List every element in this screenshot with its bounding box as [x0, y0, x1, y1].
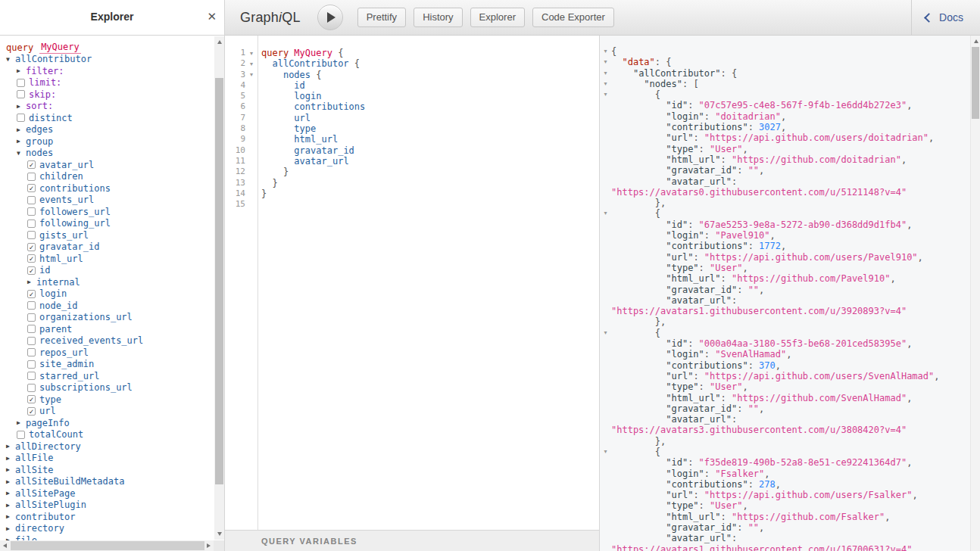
tree-item-filter[interactable]: ▶filter: — [0, 65, 214, 77]
fold-arrow-icon[interactable]: ▾ — [600, 57, 611, 67]
toolbar-button-explorer[interactable]: Explorer — [470, 8, 525, 27]
fold-arrow-icon[interactable]: ▾ — [600, 208, 611, 219]
collapsed-arrow-icon[interactable]: ▶ — [6, 525, 15, 532]
explorer-horizontal-scrollbar[interactable] — [0, 540, 214, 551]
checkbox-unchecked[interactable] — [27, 348, 36, 356]
collapsed-arrow-icon[interactable]: ▶ — [6, 443, 15, 450]
checkbox-unchecked[interactable] — [27, 313, 36, 322]
tree-item-received_events_url[interactable]: received_events_url — [0, 335, 214, 347]
tree-item-contributions[interactable]: ✓contributions — [0, 182, 214, 195]
tree-item-allSiteBuildMetadata[interactable]: ▶allSiteBuildMetadata — [0, 476, 214, 488]
collapsed-arrow-icon[interactable]: ▶ — [17, 67, 26, 74]
execute-button[interactable] — [317, 5, 343, 30]
scroll-right-arrow-icon[interactable] — [204, 540, 214, 550]
result-vscroll-thumb[interactable] — [972, 47, 979, 119]
collapsed-arrow-icon[interactable]: ▶ — [17, 419, 26, 426]
toolbar-button-prettify[interactable]: Prettify — [357, 8, 406, 27]
collapsed-arrow-icon[interactable]: ▶ — [6, 478, 15, 485]
checkbox-checked[interactable]: ✓ — [27, 290, 36, 298]
tree-item-allSitePlugin[interactable]: ▶allSitePlugin — [0, 500, 214, 512]
checkbox-unchecked[interactable] — [27, 196, 36, 204]
tree-item-starred_url[interactable]: starred_url — [0, 370, 214, 382]
collapsed-arrow-icon[interactable]: ▶ — [17, 103, 26, 110]
fold-arrow-icon[interactable]: ▾ — [600, 68, 611, 79]
tree-item-organizations_url[interactable]: organizations_url — [0, 312, 214, 324]
expanded-arrow-icon[interactable]: ▼ — [6, 56, 15, 63]
tree-item-site_admin[interactable]: site_admin — [0, 359, 214, 371]
result-vertical-scrollbar[interactable] — [970, 36, 980, 551]
fold-arrow-icon[interactable]: ▾ — [245, 50, 257, 57]
collapsed-arrow-icon[interactable]: ▶ — [17, 126, 26, 133]
collapsed-arrow-icon[interactable]: ▶ — [6, 502, 15, 509]
tree-item-html_url[interactable]: ✓html_url — [0, 253, 214, 265]
tree-item-allFile[interactable]: ▶allFile — [0, 453, 214, 465]
tree-item-skip[interactable]: skip: — [0, 89, 214, 101]
collapsed-arrow-icon[interactable]: ▶ — [6, 466, 15, 473]
fold-arrow-icon[interactable]: ▾ — [245, 61, 257, 67]
fold-arrow-icon[interactable]: ▾ — [600, 89, 611, 100]
tree-item-events_url[interactable]: events_url — [0, 195, 214, 207]
checkbox-checked[interactable]: ✓ — [27, 243, 36, 251]
tree-item-allContributor[interactable]: ▼allContributor — [0, 54, 214, 66]
explorer-hscroll-thumb[interactable] — [11, 541, 204, 550]
checkbox-unchecked[interactable] — [17, 114, 25, 122]
checkbox-unchecked[interactable] — [27, 207, 36, 216]
checkbox-unchecked[interactable] — [27, 372, 36, 380]
query-name-input[interactable]: MyQuery — [39, 42, 81, 54]
explorer-vertical-scrollbar[interactable] — [214, 36, 224, 540]
fold-arrow-icon[interactable]: ▾ — [600, 46, 611, 57]
scroll-up-arrow-icon[interactable] — [971, 36, 980, 46]
toolbar-button-code-exporter[interactable]: Code Exporter — [532, 8, 614, 27]
tree-item-file[interactable]: ▶file — [0, 534, 214, 540]
tree-item-url[interactable]: ✓url — [0, 406, 214, 418]
checkbox-unchecked[interactable] — [17, 431, 25, 439]
tree-item-subscriptions_url[interactable]: subscriptions_url — [0, 382, 214, 394]
tree-item-allSite[interactable]: ▶allSite — [0, 464, 214, 476]
tree-item-login[interactable]: ✓login — [0, 288, 214, 300]
checkbox-checked[interactable]: ✓ — [27, 407, 36, 416]
checkbox-unchecked[interactable] — [17, 79, 25, 87]
explorer-vscroll-thumb[interactable] — [215, 78, 223, 484]
collapsed-arrow-icon[interactable]: ▶ — [6, 513, 15, 520]
checkbox-unchecked[interactable] — [27, 301, 36, 310]
tree-item-totalCount[interactable]: totalCount — [0, 429, 214, 441]
checkbox-unchecked[interactable] — [27, 337, 36, 345]
close-icon[interactable]: ✕ — [207, 10, 217, 23]
tree-item-contributor[interactable]: ▶contributor — [0, 511, 214, 523]
checkbox-checked[interactable]: ✓ — [27, 254, 36, 263]
checkbox-unchecked[interactable] — [27, 231, 36, 239]
tree-item-edges[interactable]: ▶edges — [0, 124, 214, 136]
collapsed-arrow-icon[interactable]: ▶ — [27, 279, 36, 285]
checkbox-unchecked[interactable] — [27, 384, 36, 392]
tree-item-parent[interactable]: parent — [0, 323, 214, 335]
collapsed-arrow-icon[interactable]: ▶ — [17, 138, 26, 145]
tree-item-group[interactable]: ▶group — [0, 135, 214, 148]
query-variables-bar[interactable]: QUERY VARIABLES — [225, 530, 599, 551]
checkbox-checked[interactable]: ✓ — [27, 160, 36, 169]
checkbox-checked[interactable]: ✓ — [27, 266, 36, 275]
tree-item-distinct[interactable]: distinct — [0, 112, 214, 124]
tree-item-following_url[interactable]: following_url — [0, 218, 214, 230]
tree-item-internal[interactable]: ▶internal — [0, 276, 214, 288]
tree-item-gists_url[interactable]: gists_url — [0, 229, 214, 241]
editor-code[interactable]: query MyQuery { allContributor { nodes {… — [259, 36, 599, 530]
fold-arrow-icon[interactable]: ▾ — [600, 447, 611, 457]
tree-item-sort[interactable]: ▶sort: — [0, 101, 214, 113]
tree-item-children[interactable]: children — [0, 171, 214, 183]
fold-arrow-icon[interactable]: ▾ — [600, 328, 611, 338]
checkbox-unchecked[interactable] — [27, 173, 36, 181]
checkbox-checked[interactable]: ✓ — [27, 395, 36, 403]
collapsed-arrow-icon[interactable]: ▶ — [6, 490, 15, 497]
tree-item-id[interactable]: ✓id — [0, 265, 214, 277]
tree-item-nodes[interactable]: ▼nodes — [0, 148, 214, 160]
scroll-up-arrow-icon[interactable] — [214, 37, 224, 47]
tree-item-allDirectory[interactable]: ▶allDirectory — [0, 440, 214, 453]
tree-item-node_id[interactable]: node_id — [0, 300, 214, 312]
tree-item-gravatar_id[interactable]: ✓gravatar_id — [0, 241, 214, 254]
tree-item-limit[interactable]: limit: — [0, 77, 214, 89]
expanded-arrow-icon[interactable]: ▼ — [17, 150, 26, 157]
fold-arrow-icon[interactable]: ▾ — [245, 71, 257, 78]
checkbox-unchecked[interactable] — [27, 219, 36, 228]
tree-item-allSitePage[interactable]: ▶allSitePage — [0, 487, 214, 500]
checkbox-unchecked[interactable] — [17, 90, 25, 98]
